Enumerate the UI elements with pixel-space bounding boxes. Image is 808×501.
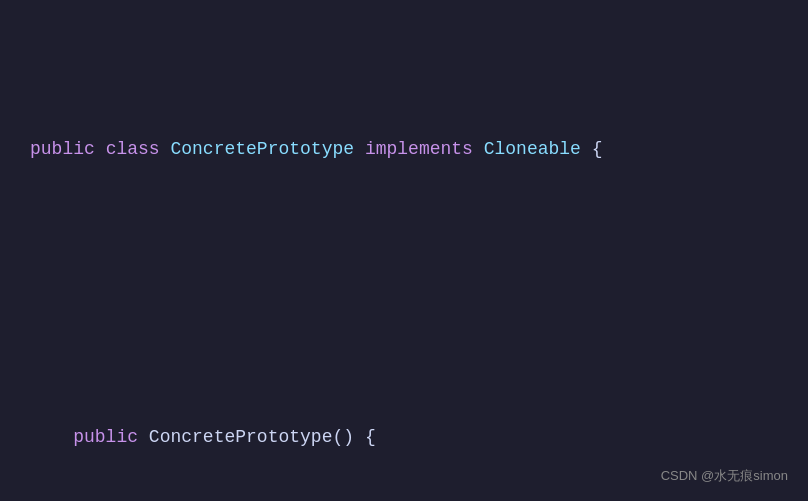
code-line-2: [30, 279, 778, 308]
keyword-public2: public: [73, 427, 149, 447]
indent: [30, 427, 73, 447]
classname-cloneable: Cloneable: [484, 139, 581, 159]
constructor-sig: ConcretePrototype() {: [149, 427, 376, 447]
keyword-implements: implements: [365, 139, 484, 159]
code-line-1: public class ConcretePrototype implement…: [30, 135, 778, 164]
watermark: CSDN @水无痕simon: [661, 466, 788, 487]
keyword-class: class: [106, 139, 171, 159]
keyword-public: public: [30, 139, 106, 159]
classname-concreteprototype: ConcretePrototype: [170, 139, 364, 159]
code-line-3: public ConcretePrototype() {: [30, 423, 778, 452]
code-container: public class ConcretePrototype implement…: [0, 0, 808, 501]
code-block: public class ConcretePrototype implement…: [30, 20, 778, 501]
brace-open: {: [581, 139, 603, 159]
